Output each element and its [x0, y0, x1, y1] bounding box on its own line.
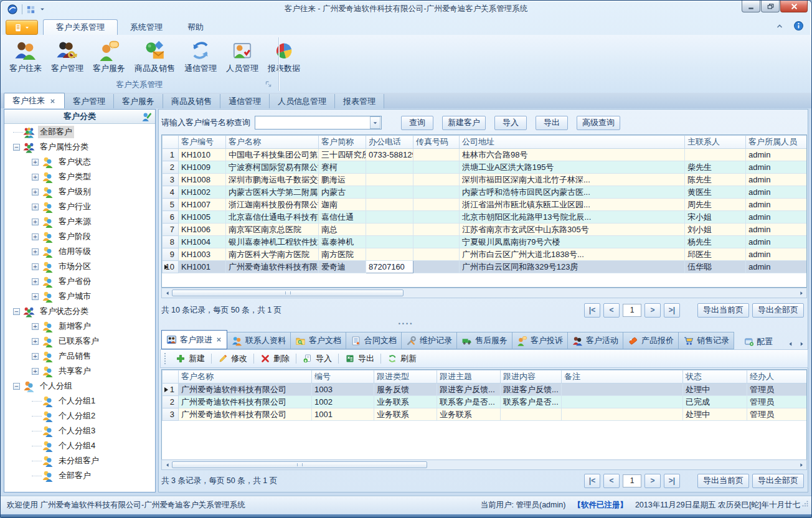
detail-tab[interactable]: 产品报价 [623, 332, 679, 349]
table-row[interactable]: 6KH1005北京嘉信仕通电子科技有限公司嘉信仕通北京市朝阳区北苑路甲13号院北… [163, 211, 807, 224]
detail-tab[interactable]: 客户跟进 [161, 330, 227, 349]
scroll-left-arrow[interactable] [163, 461, 172, 469]
detail-tab[interactable]: 客户活动 [568, 332, 623, 349]
tree-node[interactable]: 全部客户 [4, 468, 155, 483]
close-button[interactable] [780, 1, 808, 12]
table-row[interactable]: 1KH1010中国电子科技集团公司第三十四研...三十四研究所0733-5881… [163, 149, 807, 161]
import-button[interactable]: 导入 [298, 352, 336, 365]
collapse-ribbon-icon[interactable] [775, 21, 785, 31]
document-tab[interactable]: 客户服务 [114, 94, 163, 108]
export-current-page-button[interactable]: 导出当前页 [697, 474, 749, 488]
customer-search-combo[interactable] [255, 116, 382, 130]
column-header[interactable]: 客户简称 [319, 136, 366, 149]
table-row[interactable]: 2广州爱奇迪软件科技有限公司1002业务联系联系客户是否...联系客户是否...… [163, 396, 807, 408]
page-input[interactable] [623, 474, 641, 487]
tree-node[interactable]: 个人分组2 [4, 408, 155, 423]
last-page-button[interactable]: >| [664, 474, 680, 488]
expander-plus-icon[interactable]: + [32, 263, 39, 270]
scroll-left-arrow[interactable] [163, 289, 172, 297]
column-header[interactable]: 状态 [683, 370, 747, 384]
first-page-button[interactable]: |< [584, 303, 600, 318]
expander-plus-icon[interactable]: + [32, 293, 39, 300]
expander-plus-icon[interactable]: + [32, 368, 39, 375]
column-header[interactable]: 备注 [562, 370, 683, 384]
document-tab[interactable]: 商品及销售 [163, 94, 220, 108]
tree-node[interactable]: +信用等级 [4, 244, 155, 259]
expander-plus-icon[interactable]: + [32, 219, 39, 225]
document-tab[interactable]: 通信管理 [220, 94, 270, 108]
table-row[interactable]: 2KH1009宁波赛柯国际贸易有限公司赛柯洪塘工业A区洪大路195号柴先生adm… [163, 161, 807, 174]
tree-node[interactable]: 个人分组4 [4, 438, 155, 453]
table-row[interactable]: 9KH1003南方医科大学南方医院南方医院广州市白云区广州大道北1838号...… [163, 248, 807, 261]
tab-scroll-left-button[interactable] [785, 338, 795, 349]
cell-editor[interactable]: 87207160 [366, 261, 413, 273]
last-page-button[interactable]: >| [664, 303, 680, 318]
ribbon-button[interactable]: 商品及销售 [131, 37, 179, 75]
column-header[interactable]: 经办人 [747, 370, 807, 384]
close-tab-icon[interactable] [215, 336, 222, 343]
refresh-button[interactable]: 刷新 [383, 352, 421, 365]
ribbon-tab[interactable]: 系统管理 [118, 19, 175, 35]
advanced-query-button[interactable]: 高级查询 [577, 116, 620, 130]
detail-tab[interactable]: 维护记录 [402, 332, 457, 349]
new-customer-button[interactable]: 新建客户 [442, 116, 486, 130]
tree-config-icon[interactable] [141, 111, 153, 122]
tree-node[interactable]: +已联系客户 [4, 334, 155, 349]
next-page-button[interactable]: > [644, 303, 661, 318]
toolbar-grip[interactable] [164, 353, 168, 364]
prev-page-button[interactable]: < [603, 303, 620, 318]
tree-node[interactable]: +客户城市 [4, 289, 155, 304]
tree-node[interactable]: +客户阶段 [4, 229, 155, 244]
export-button[interactable]: 导出 [536, 116, 568, 130]
maximize-button[interactable] [761, 1, 780, 12]
expander-minus-icon[interactable]: − [13, 383, 20, 390]
tree-node[interactable]: +客户类型 [4, 169, 155, 184]
resize-grip-icon[interactable] [801, 499, 810, 508]
horizontal-splitter[interactable]: •••• [1, 321, 811, 327]
table-row[interactable]: 5KH1007浙江迦南科技股份有限公司迦南浙江省温州市瓯北镇东瓯工业区园...周… [163, 199, 807, 211]
column-header[interactable]: 客户所属人员 [746, 136, 807, 149]
import-button[interactable]: 导入 [494, 116, 527, 130]
ribbon-button[interactable]: 报表数据 [264, 37, 304, 75]
ribbon-button[interactable]: 客户管理 [47, 37, 87, 75]
ribbon-tab[interactable]: 客户关系管理 [43, 19, 118, 35]
expander-minus-icon[interactable]: − [13, 144, 20, 151]
tree-node[interactable]: −客户属性分类 [4, 139, 155, 154]
detail-tab[interactable]: 销售记录 [679, 332, 734, 349]
info-icon[interactable] [793, 21, 804, 31]
ribbon-button[interactable]: 通信管理 [181, 37, 220, 75]
export-current-page-button[interactable]: 导出当前页 [697, 303, 749, 318]
registered-link[interactable]: 【软件已注册】 [573, 500, 628, 511]
table-row[interactable]: 8KH1004银川嘉泰神机工程软件技术有限公司嘉泰神机宁夏银川凤凰南街79号六楼… [163, 236, 807, 248]
expander-plus-icon[interactable]: + [32, 189, 39, 195]
document-tab[interactable]: 客户往来 [4, 93, 65, 108]
column-header[interactable]: 跟进主题 [437, 370, 501, 384]
minimize-button[interactable] [742, 1, 760, 12]
expander-plus-icon[interactable]: + [32, 159, 39, 166]
table-row[interactable]: 7KH1006南京军区南京总医院南总江苏省南京市玄武区中山东路305号刘小姐ad… [163, 224, 807, 236]
table-row[interactable]: 3广州爱奇迪软件科技有限公司1001业务联系业务联系处理中管理员 [163, 408, 807, 421]
tree-node[interactable]: 个人分组3 [4, 423, 155, 438]
ribbon-button[interactable]: 客户服务 [89, 37, 129, 75]
page-input[interactable] [623, 304, 641, 317]
table-row[interactable]: 1广州爱奇迪软件科技有限公司1003服务反馈跟进客户反馈...跟进客户反馈...… [163, 384, 807, 396]
document-tab[interactable]: 报表管理 [335, 94, 384, 108]
detail-tab[interactable]: 联系人资料 [227, 332, 291, 349]
tree-node[interactable]: +客户来源 [4, 214, 155, 229]
application-menu-button[interactable] [6, 20, 38, 35]
scrollbar-thumb[interactable] [172, 290, 404, 296]
ribbon-button[interactable]: 人员管理 [222, 37, 262, 75]
add-button[interactable]: 新建 [171, 352, 209, 365]
column-header[interactable]: 主联系人 [685, 136, 746, 149]
close-tab-icon[interactable] [49, 98, 56, 105]
tree-node[interactable]: +客户级别 [4, 184, 155, 199]
expander-plus-icon[interactable]: + [32, 233, 39, 240]
tree-node[interactable]: 未分组客户 [4, 453, 155, 468]
tree-node[interactable]: 个人分组1 [4, 393, 155, 408]
tree-node[interactable]: +产品销售 [4, 349, 155, 364]
tree-node[interactable]: +客户状态 [4, 154, 155, 169]
expander-plus-icon[interactable]: + [32, 248, 39, 255]
dialog-launcher-icon[interactable] [265, 80, 273, 88]
next-page-button[interactable]: > [644, 474, 661, 488]
first-page-button[interactable]: |< [584, 474, 600, 488]
